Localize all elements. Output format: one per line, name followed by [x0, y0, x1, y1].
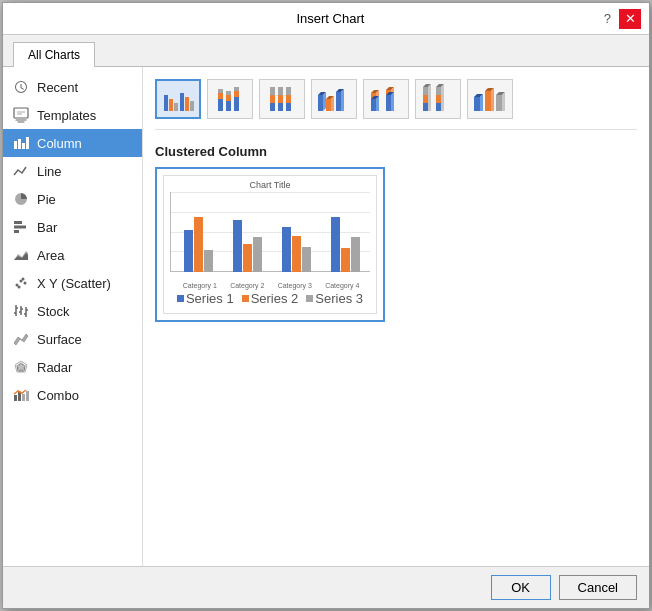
chart-type-stacked-column[interactable]	[207, 79, 253, 119]
chart-type-3d-clustered[interactable]	[311, 79, 357, 119]
chart-type-3d-stacked[interactable]	[363, 79, 409, 119]
svg-rect-96	[496, 95, 502, 111]
tab-bar: All Charts	[3, 35, 649, 67]
sidebar-label-combo: Combo	[37, 388, 79, 403]
svg-marker-67	[341, 89, 344, 111]
tab-all-charts[interactable]: All Charts	[13, 42, 95, 67]
cat-label-1: Category 1	[183, 282, 217, 289]
svg-rect-43	[218, 89, 223, 93]
sidebar: Recent Templates	[3, 67, 143, 566]
sidebar-item-column[interactable]: Column	[3, 129, 142, 157]
svg-rect-4	[26, 137, 29, 149]
sidebar-item-templates[interactable]: Templates	[3, 101, 142, 129]
svg-rect-47	[234, 97, 239, 111]
cat-label-2: Category 2	[230, 282, 264, 289]
chart-type-3d-100-stacked[interactable]	[415, 79, 461, 119]
legend-dot-1	[177, 295, 184, 302]
svg-rect-58	[286, 95, 291, 103]
svg-rect-82	[423, 95, 428, 103]
chart-preview: Chart Title	[155, 167, 385, 322]
svg-rect-36	[169, 99, 173, 111]
svg-rect-33	[22, 394, 25, 401]
sidebar-item-line[interactable]: Line	[3, 157, 142, 185]
ok-button[interactable]: OK	[491, 575, 551, 600]
help-button[interactable]: ?	[600, 11, 615, 26]
svg-marker-61	[323, 92, 326, 111]
svg-point-13	[18, 286, 21, 289]
chart-type-3d-column[interactable]	[467, 79, 513, 119]
svg-rect-68	[371, 99, 376, 111]
svg-rect-5	[14, 221, 22, 224]
svg-rect-55	[278, 95, 283, 103]
sidebar-label-templates: Templates	[37, 108, 96, 123]
pie-icon	[13, 191, 29, 207]
svg-rect-41	[218, 99, 223, 111]
insert-chart-dialog: Insert Chart ? ✕ All Charts Recent	[2, 2, 650, 609]
svg-rect-46	[226, 91, 231, 95]
svg-marker-89	[441, 84, 444, 111]
svg-rect-37	[174, 103, 178, 111]
svg-rect-1	[14, 141, 17, 149]
sidebar-item-stock[interactable]: Stock	[3, 297, 142, 325]
title-bar-controls: ? ✕	[600, 9, 641, 29]
cancel-button[interactable]: Cancel	[559, 575, 637, 600]
chart-type-clustered-column[interactable]	[155, 79, 201, 119]
svg-marker-84	[428, 84, 431, 111]
sidebar-label-recent: Recent	[37, 80, 78, 95]
svg-rect-54	[278, 87, 283, 95]
close-button[interactable]: ✕	[619, 9, 641, 29]
sidebar-item-bar[interactable]: Bar	[3, 213, 142, 241]
svg-rect-31	[14, 395, 17, 401]
svg-rect-51	[270, 87, 275, 95]
svg-rect-93	[485, 91, 491, 111]
legend-series1: Series 1	[177, 291, 234, 306]
sidebar-label-surface: Surface	[37, 332, 82, 347]
svg-marker-95	[491, 88, 494, 111]
svg-rect-35	[164, 95, 168, 111]
chart-legend: Series 1 Series 2 Series 3	[164, 291, 376, 306]
sidebar-item-combo[interactable]: Combo	[3, 381, 142, 409]
dialog-body: Recent Templates	[3, 67, 649, 566]
svg-rect-49	[234, 87, 239, 91]
chart-type-100-stacked-column[interactable]	[259, 79, 305, 119]
svg-rect-6	[14, 226, 26, 229]
legend-dot-2	[242, 295, 249, 302]
surface-icon	[13, 331, 29, 347]
svg-rect-87	[436, 95, 441, 103]
svg-point-12	[24, 282, 27, 285]
sidebar-item-pie[interactable]: Pie	[3, 185, 142, 213]
svg-rect-74	[386, 95, 391, 111]
legend-label-3: Series 3	[315, 291, 363, 306]
bar-icon	[13, 219, 29, 235]
svg-rect-3	[22, 143, 25, 149]
svg-rect-59	[318, 95, 323, 111]
svg-rect-81	[423, 87, 428, 95]
svg-rect-7	[14, 230, 19, 233]
legend-series3: Series 3	[306, 291, 363, 306]
stock-icon	[13, 303, 29, 319]
svg-rect-52	[270, 95, 275, 103]
svg-rect-32	[18, 392, 21, 401]
templates-icon	[13, 107, 29, 123]
svg-rect-65	[336, 92, 341, 111]
sidebar-item-recent[interactable]: Recent	[3, 73, 142, 101]
chart-preview-title: Chart Title	[164, 180, 376, 190]
sidebar-label-pie: Pie	[37, 192, 56, 207]
chart-type-icons	[155, 79, 637, 130]
column-icon	[13, 135, 29, 151]
sidebar-label-bar: Bar	[37, 220, 57, 235]
sidebar-item-area[interactable]: Area	[3, 241, 142, 269]
combo-icon	[13, 387, 29, 403]
scatter-icon	[13, 275, 29, 291]
svg-point-14	[22, 278, 25, 281]
sidebar-item-radar[interactable]: Radar	[3, 353, 142, 381]
main-panel: Clustered Column Chart Title	[143, 67, 649, 566]
radar-icon	[13, 359, 29, 375]
recent-icon	[13, 79, 29, 95]
svg-rect-40	[190, 101, 194, 111]
sidebar-item-surface[interactable]: Surface	[3, 325, 142, 353]
dialog-title: Insert Chart	[61, 11, 600, 26]
sidebar-item-scatter[interactable]: X Y (Scatter)	[3, 269, 142, 297]
svg-marker-92	[480, 94, 483, 111]
dialog-footer: OK Cancel	[3, 566, 649, 608]
